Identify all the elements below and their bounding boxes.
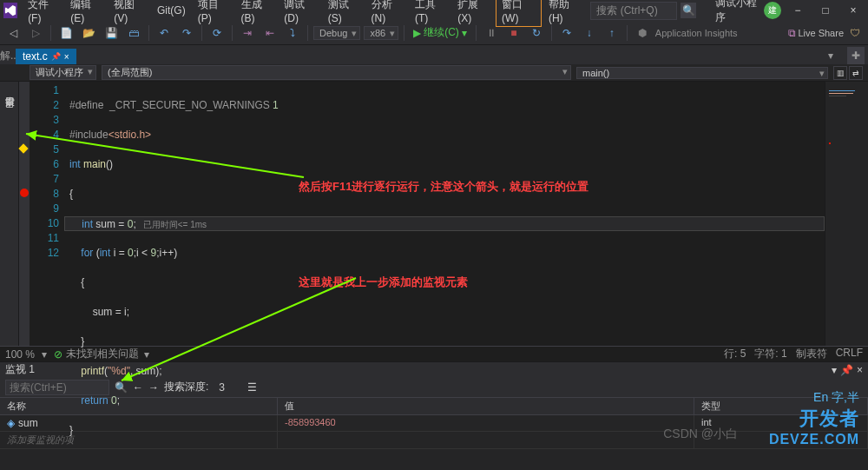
- menu-tools[interactable]: 工具(T): [410, 0, 450, 26]
- tab-add-icon[interactable]: ✚: [847, 47, 865, 64]
- step1-icon[interactable]: ⇥: [238, 23, 257, 43]
- pause-icon[interactable]: ⏸: [482, 23, 501, 43]
- panel-dropdown-icon[interactable]: ▾: [832, 364, 837, 376]
- file-tab[interactable]: text.c 📌 ×: [16, 49, 76, 64]
- stepout-icon[interactable]: ↑: [602, 23, 621, 43]
- annotation-2: 这里就是我上一步添加的监视元素: [299, 275, 468, 289]
- menu-project[interactable]: 项目(P): [193, 0, 234, 26]
- menu-build[interactable]: 生成(B): [236, 0, 278, 26]
- new-icon[interactable]: 📄: [56, 23, 76, 43]
- undo-icon[interactable]: ↶: [155, 23, 174, 43]
- stepin-icon[interactable]: ↓: [580, 23, 599, 43]
- depth-combo[interactable]: 3: [214, 381, 237, 394]
- stepover-icon[interactable]: ↷: [557, 23, 576, 43]
- menu-view[interactable]: 视图(V): [108, 0, 150, 26]
- server-icon[interactable]: 🗄: [2, 96, 17, 111]
- menu-git[interactable]: Git(G): [152, 3, 191, 18]
- menu-analyze[interactable]: 分析(N): [366, 0, 408, 26]
- zoom-level[interactable]: 100 %: [5, 348, 35, 361]
- hex-icon[interactable]: ⬢: [633, 23, 652, 43]
- config-combo[interactable]: Debug: [313, 26, 360, 40]
- insights-label[interactable]: Application Insights: [655, 28, 738, 38]
- menu-debug[interactable]: 调试(D): [279, 0, 320, 26]
- variable-icon: ◈: [7, 417, 15, 429]
- step3-icon[interactable]: ⤵: [283, 23, 302, 43]
- split-icon[interactable]: ▥: [833, 66, 847, 80]
- avatar[interactable]: 建: [764, 2, 781, 19]
- watch-title: 监视 1: [5, 362, 35, 377]
- eol-mode[interactable]: CRLF: [836, 347, 863, 361]
- breadcrumb-project[interactable]: 调试小程序: [30, 65, 96, 80]
- sync-icon[interactable]: ⟳: [207, 23, 227, 43]
- minimize-icon[interactable]: −: [786, 2, 809, 19]
- back-icon[interactable]: ◁: [3, 23, 23, 43]
- liveshare-icon[interactable]: ⧉: [788, 27, 796, 39]
- check-icon: ⊘: [54, 348, 62, 361]
- saveall-icon[interactable]: 🗃: [124, 23, 143, 43]
- save-icon[interactable]: 💾: [102, 23, 121, 43]
- tab-dropdown-icon[interactable]: ▾: [828, 47, 844, 64]
- close-icon[interactable]: ×: [842, 2, 865, 19]
- admin-icon[interactable]: 🛡: [845, 23, 865, 43]
- file-tab-label: text.c: [23, 50, 48, 63]
- search-box[interactable]: 搜索 (Ctrl+Q): [590, 2, 677, 20]
- line-numbers: 123456789101112: [30, 82, 64, 346]
- maximize-icon[interactable]: □: [814, 2, 837, 19]
- pin-icon[interactable]: 📌: [51, 52, 61, 61]
- platform-combo[interactable]: x86: [364, 26, 398, 40]
- open-icon[interactable]: 📂: [79, 23, 98, 43]
- restart-icon[interactable]: ↻: [527, 23, 546, 43]
- exchange-icon[interactable]: ⇄: [849, 66, 863, 80]
- code-editor[interactable]: #define _CRT_SECURE_NO_WARNINGS 1 #inclu…: [64, 82, 825, 346]
- breakpoint-marker[interactable]: [20, 189, 29, 197]
- annotation-1: 然后按F11进行逐行运行，注意这个箭头，就是运行的位置: [299, 179, 589, 194]
- panel-close-icon[interactable]: ×: [857, 364, 863, 376]
- redo-icon[interactable]: ↷: [177, 23, 196, 43]
- menu-ext[interactable]: 扩展(X): [452, 0, 494, 26]
- menu-edit[interactable]: 编辑(E): [65, 0, 107, 26]
- stop-icon[interactable]: ■: [504, 23, 523, 43]
- window-title: 调试小程序: [715, 0, 762, 25]
- menu-file[interactable]: 文件(F): [23, 0, 63, 26]
- search-vtab[interactable]: 搜索: [0, 83, 18, 94]
- vs-logo-icon: [3, 3, 17, 18]
- tab-close-icon[interactable]: ×: [64, 52, 69, 62]
- menu-help[interactable]: 帮助(H): [543, 0, 585, 26]
- menu-test[interactable]: 测试(S): [323, 0, 365, 26]
- breadcrumb-scope[interactable]: (全局范围): [102, 65, 571, 80]
- minimap[interactable]: [825, 82, 868, 346]
- forward-icon[interactable]: ▷: [26, 23, 45, 43]
- solution-explorer-collapsed[interactable]: 解...: [0, 47, 16, 64]
- liveshare-label[interactable]: Live Share: [798, 28, 844, 38]
- search-icon[interactable]: 🔍: [681, 3, 696, 18]
- step2-icon[interactable]: ⇤: [260, 23, 279, 43]
- panel-pin-icon[interactable]: 📌: [840, 364, 853, 376]
- breadcrumb-function[interactable]: main(): [576, 67, 828, 79]
- continue-button[interactable]: ▶ 继续(C) ▾: [410, 23, 470, 42]
- breakpoint-gutter[interactable]: [19, 82, 30, 346]
- current-line-marker: [18, 143, 28, 153]
